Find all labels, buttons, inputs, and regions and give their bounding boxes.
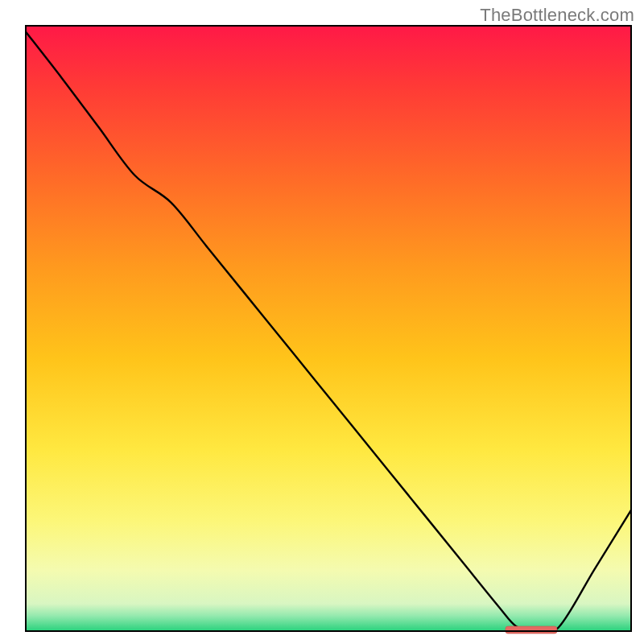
plot-background [26,26,631,631]
chart-container: TheBottleneck.com [0,0,644,644]
marker-optimum [506,626,557,634]
attribution-text: TheBottleneck.com [480,5,634,26]
bottleneck-chart [0,0,644,644]
